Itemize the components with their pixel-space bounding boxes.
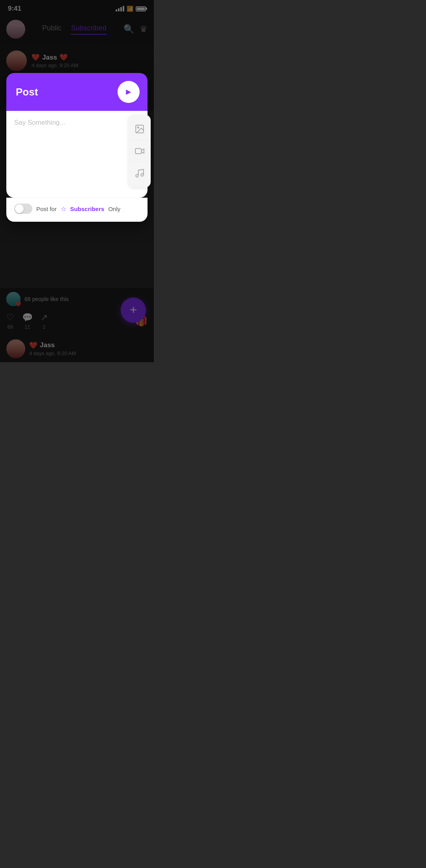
post-modal: Post ► Say Something...: [6, 73, 148, 222]
svg-rect-2: [135, 148, 141, 153]
modal-footer: Post for ☆ Subscribers Only: [6, 198, 148, 222]
video-button[interactable]: [129, 140, 151, 162]
image-button[interactable]: [129, 118, 151, 140]
svg-point-3: [136, 174, 138, 177]
toggle-thumb: [15, 204, 24, 213]
svg-point-4: [141, 174, 144, 176]
modal-body: Say Something...: [6, 111, 148, 198]
modal-title: Post: [16, 86, 38, 98]
post-for-label: Post for: [36, 206, 57, 212]
star-icon: ☆: [61, 205, 66, 213]
send-button[interactable]: ►: [118, 81, 140, 103]
post-placeholder: Say Something...: [14, 119, 65, 126]
send-icon: ►: [124, 87, 133, 97]
subscribers-toggle[interactable]: [14, 204, 32, 214]
media-sidebar: [129, 115, 151, 187]
subscribers-label[interactable]: Subscribers: [70, 206, 105, 212]
modal-header: Post ►: [6, 73, 148, 111]
modal-textarea-wrapper[interactable]: Say Something...: [14, 119, 140, 127]
only-label: Only: [108, 206, 120, 212]
music-button[interactable]: [129, 162, 151, 184]
svg-point-1: [138, 127, 139, 128]
